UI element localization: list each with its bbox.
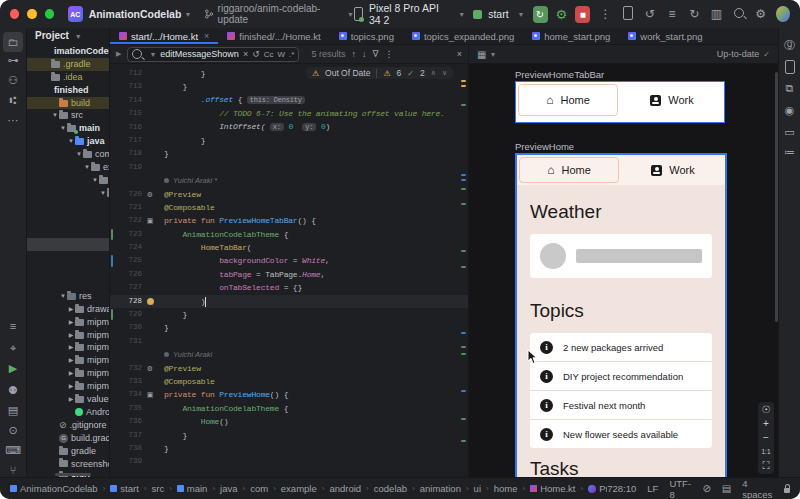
tree-item-values[interactable]: ▶values [27,393,109,406]
code-line-719[interactable]: 719 [110,161,468,174]
tree-expand-chevron[interactable]: ▶ [67,354,75,367]
tree-item-mipmap-xhdpi[interactable]: ▶mipmap-xhdpi [27,354,109,367]
preview-name-label[interactable]: PreviewHomeTabBar [515,69,604,80]
tree-expand-chevron[interactable]: ▶ [67,367,75,380]
compose-preview-gutter-icon[interactable]: ▣ [142,214,158,227]
code-line-721[interactable]: 721@Composable [110,201,468,214]
tree-item[interactable] [27,238,109,251]
notifications-tool-button[interactable]: ≔ [779,146,800,159]
filter-icon[interactable]: ∇ [372,49,378,59]
breadcrumb-ui[interactable]: ui [474,483,481,494]
tree-expand-chevron[interactable]: ▼ [91,174,99,187]
running-devices-tool-button[interactable] [779,60,800,76]
gradle-tool-button[interactable]: ⓖ [779,38,800,53]
line-separator[interactable]: LF [647,483,658,494]
tree-expand-chevron[interactable]: ▶ [67,329,75,342]
zoom-reset-button[interactable]: 1:1 [758,447,774,457]
breadcrumb-main[interactable]: main [177,483,208,494]
tree-expand-chevron[interactable]: ▼ [51,109,59,122]
tree-expand-chevron[interactable]: ▶ [67,341,75,354]
structure-tool-button[interactable]: ⑆ [0,94,26,106]
problems-tool-button[interactable]: ⊙ [0,424,26,437]
code-line-727[interactable]: 727 onTabSelected = {} [110,281,468,294]
vcs-branch-menu[interactable]: riggaroo/anim-codelab-update ▼ [205,3,354,25]
highlighting-level-icon[interactable]: ⊘ [702,483,710,494]
editor-tab-topics-png[interactable]: topics.png [330,28,403,44]
user-avatar[interactable] [776,6,790,22]
editor-tab-topics-expanded-png[interactable]: topics_expanded.png [403,28,523,44]
file-lock-icon[interactable] [784,488,790,493]
code-line-733[interactable]: 733@Composable [110,375,468,388]
tree-item-androidmanifest-xn[interactable]: AndroidManifest.xn [27,406,109,419]
attach-debugger-icon[interactable]: ↺ [643,7,657,21]
code-line-731[interactable]: 731 [110,335,468,348]
tree-item-java[interactable]: ▼java [27,135,109,148]
tree-expand-chevron[interactable]: ▼ [107,200,109,213]
breadcrumb-animation[interactable]: animation [420,483,461,494]
zoom-to-fit-button[interactable]: ⛶ [758,461,774,471]
tree-item-imationcodelab[interactable]: imationCodelab~/Documen [27,45,109,58]
breadcrumb-start[interactable]: start [110,483,138,494]
indent-setting[interactable]: 4 spaces [742,478,773,499]
tree-item-src[interactable]: ▼src [27,109,109,122]
breadcrumb-src[interactable]: src [151,483,164,494]
tree-expand-chevron[interactable]: ▶ [67,393,75,406]
code-editor[interactable]: ⚠ Out Of Date ⚠ 6 ✓ 2 ∧ ∨ 712 }713 }714 … [110,64,468,478]
work-tab[interactable]: Work [622,84,722,116]
tree-item-ui[interactable]: ▼ui [27,213,109,226]
breadcrumb-java[interactable]: java [220,483,237,494]
run-configuration-selector[interactable]: start ▼ [473,8,524,20]
rerun-button[interactable]: ↻ [533,6,548,23]
breadcrumb-com[interactable]: com [250,483,268,494]
code-line-725[interactable]: 725 backgroundColor = White, [110,254,468,267]
tree-item-mipmap-hdpi[interactable]: ▶mipmap-hdpi [27,329,109,342]
run-tool-button[interactable]: ▶ [0,362,26,375]
pull-requests-tool-button[interactable]: ⚇ [0,74,26,87]
breadcrumb-android[interactable]: android [329,483,361,494]
tree-expand-chevron[interactable]: ▼ [75,148,83,161]
regex-toggle[interactable]: .* [289,50,294,59]
breadcrumb-codelab[interactable]: codelab [374,483,407,494]
expand-find-icon[interactable]: ▶ [116,50,121,58]
zoom-out-button[interactable]: − [758,433,774,443]
app-quality-insights-tool-button[interactable]: ◉ [779,104,800,117]
more-actions-button[interactable]: ⋮ [598,7,612,21]
tree-item-android[interactable]: ▼android [27,174,109,187]
code-line-718[interactable]: 718} [110,147,468,160]
search-everywhere-icon[interactable] [731,7,745,21]
code-line-724[interactable]: 724 HomeTabBar( [110,241,468,254]
code-line-723[interactable]: 723 AnimationCodelabTheme { [110,228,468,241]
breadcrumb-example[interactable]: example [281,483,317,494]
tree-expand-chevron[interactable]: ▶ [67,316,75,329]
code-line-726[interactable]: 726 tabPage = TabPage.Home, [110,268,468,281]
compose-preview-gutter-icon[interactable]: ▣ [142,388,158,401]
search-history-icon[interactable]: ↺ [252,49,260,59]
settings-icon[interactable]: ⚙ [754,7,768,21]
grid-view-icon[interactable]: ▦ [477,49,486,60]
preview-settings-gutter-icon[interactable]: ⚙ [142,362,158,375]
tree-item-mipmap-xxhdpi[interactable]: ▶mipmap-xxhdpi [27,367,109,380]
project-name-menu[interactable]: AnimationCodelab [89,8,182,20]
zoom-in-button[interactable]: + [758,419,774,429]
tree-expand-chevron[interactable]: ▼ [59,290,67,303]
code-line-735[interactable]: 735 AnimationCodelabTheme { [110,402,468,415]
apply-changes-button[interactable]: ⚙ [556,8,568,21]
code-line-720[interactable]: 720⚙@Preview [110,188,468,201]
device-selector[interactable]: Pixel 8 Pro API 34 2 ▼ [354,2,465,26]
commit-tool-button[interactable]: ⊶ [0,54,26,67]
code-line-729[interactable]: 729 } [110,308,468,321]
more-options-icon[interactable]: ⋮ [384,49,393,59]
reader-mode-icon[interactable]: ▤ [722,483,731,494]
previous-occurrence-button[interactable]: ↑ [351,49,356,59]
editor-tab-start-home-kt[interactable]: start/.../Home.kt× [110,28,218,44]
tree-item-example[interactable]: ▼example [27,161,109,174]
tree-item-mipmap-mdpi[interactable]: ▶mipmap-mdpi [27,341,109,354]
file-encoding[interactable]: UTF-8 [669,478,691,499]
zoom-window-button[interactable] [45,9,54,19]
tree-item-com[interactable]: ▼com [27,148,109,161]
clear-search-icon[interactable]: × [243,49,248,59]
code-line-737[interactable]: 737 } [110,429,468,442]
tree-item-gradle[interactable]: gradle [27,445,109,458]
tree-item-res[interactable]: ▼res [27,290,109,303]
match-case-toggle[interactable]: Cc [264,50,274,59]
